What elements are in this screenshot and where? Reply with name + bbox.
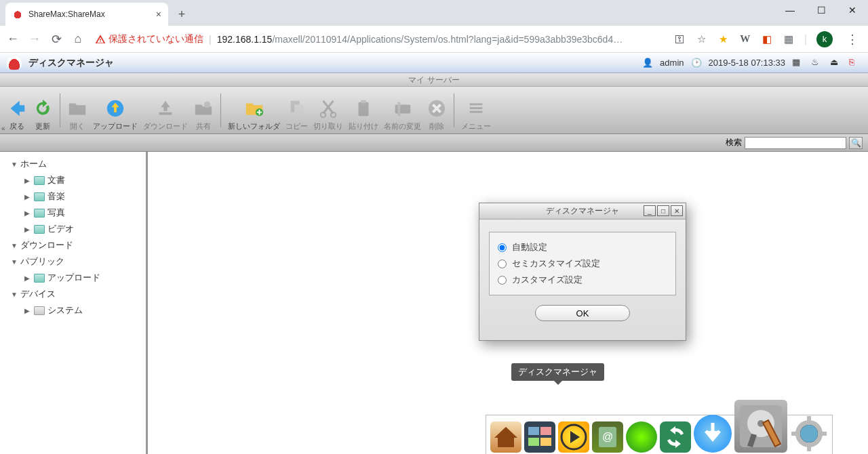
app-logo-icon	[7, 56, 22, 70]
radio-custom[interactable]	[498, 276, 507, 285]
tree-documents[interactable]: ▶文書	[0, 172, 146, 188]
option-custom[interactable]: カスタマイズ設定	[498, 272, 667, 288]
browser-tab[interactable]: ShareMax:ShareMax ×	[5, 3, 168, 26]
toolbar-refresh-button[interactable]: 更新	[30, 89, 56, 131]
svg-rect-4	[294, 104, 303, 116]
ok-button[interactable]: OK	[535, 305, 630, 321]
grid-icon[interactable]: ▦	[792, 57, 804, 69]
radio-semi[interactable]	[498, 260, 507, 268]
svg-rect-30	[791, 432, 798, 436]
tree-system[interactable]: ▶システム	[0, 302, 146, 318]
toolbar-share-button[interactable]: 共有	[191, 89, 216, 131]
option-semi[interactable]: セミカスタマイズ設定	[498, 255, 667, 272]
svg-rect-15	[528, 427, 539, 435]
svg-rect-8	[361, 100, 366, 103]
nav-reload-button[interactable]: ⟳	[49, 32, 64, 47]
security-warning: 保護されていない通信	[95, 33, 203, 45]
dock-sync-icon[interactable]	[660, 421, 691, 453]
window-minimize-icon[interactable]: ―	[774, 0, 806, 20]
svg-rect-31	[820, 432, 827, 436]
toolbar-newfolder-button[interactable]: 新しいフォルダ	[225, 89, 283, 131]
dock-photos-icon[interactable]	[524, 421, 555, 453]
dock-settings-icon[interactable]	[790, 415, 828, 453]
tab-title: ShareMax:ShareMax	[28, 9, 105, 19]
tree-public-upload[interactable]: ▶アップロード	[0, 270, 146, 286]
eject-icon[interactable]: ⏏	[830, 57, 842, 69]
app-title: ディスクマネージャ	[28, 57, 114, 69]
office-icon[interactable]: ◧	[761, 33, 773, 45]
nav-back-button[interactable]: ←	[5, 32, 20, 47]
tab-close-icon[interactable]: ×	[156, 9, 161, 20]
toolbar-cut-button[interactable]: 切り取り	[311, 89, 346, 131]
svg-rect-28	[807, 416, 811, 423]
radio-auto[interactable]	[498, 243, 507, 252]
search-button[interactable]: 🔍	[849, 137, 863, 149]
dialog-minimize-icon[interactable]: _	[644, 205, 656, 216]
svg-rect-18	[540, 438, 551, 446]
svg-rect-12	[470, 103, 483, 105]
toolbar-paste-button[interactable]: 貼り付け	[346, 89, 381, 131]
nav-forward-button[interactable]: →	[27, 32, 42, 47]
tree-music[interactable]: ▶音楽	[0, 188, 146, 205]
star-icon[interactable]: ☆	[696, 33, 708, 45]
wikipedia-icon[interactable]: W	[739, 33, 751, 45]
toolbar-overflow-icon[interactable]: «	[1, 125, 5, 132]
nav-home-button[interactable]: ⌂	[71, 32, 85, 47]
toolbar-rename-button[interactable]: 名前の変更	[381, 89, 424, 131]
svg-rect-10	[397, 102, 400, 116]
url-path: /maxell/20110914/Applications/System/os.…	[272, 34, 623, 45]
network-icon[interactable]: ♨	[811, 57, 823, 69]
search-bar: 検索 🔍	[0, 134, 868, 152]
favicon	[12, 9, 23, 20]
disk-manager-dialog: ディスクマネージャ _ □ ✕ 自動設定 セミカスタマイズ設定 カスタマイズ設定…	[479, 203, 686, 341]
dock: @	[486, 415, 833, 454]
dock-browser-icon[interactable]	[626, 421, 657, 453]
svg-rect-9	[395, 104, 410, 113]
dialog-maximize-icon[interactable]: □	[657, 205, 669, 216]
file-toolbar: « 戻る 更新 開く アップロード ダウンロード 共有 新しいフォルダ コピー …	[0, 87, 868, 134]
dialog-close-icon[interactable]: ✕	[671, 205, 683, 216]
app-title-bar: ディスクマネージャ 👤 admin 🕑 2019-5-18 07:13:33 ▦…	[0, 53, 868, 73]
key-icon[interactable]: ⚿	[674, 33, 686, 45]
option-auto[interactable]: 自動設定	[498, 239, 667, 255]
bookmark-star-icon[interactable]: ★	[717, 33, 730, 45]
toolbar-open-button[interactable]: 開く	[64, 89, 90, 131]
toolbar-upload-button[interactable]: アップロード	[90, 89, 140, 131]
browser-menu-icon[interactable]: ⋮	[842, 32, 863, 47]
svg-rect-13	[470, 107, 483, 109]
tree-download[interactable]: ▼ダウンロード	[0, 237, 146, 253]
tree-device[interactable]: ▼デバイス	[0, 286, 146, 302]
search-label: 検索	[726, 137, 742, 148]
dock-tooltip: ディスクマネージャ	[511, 363, 604, 381]
svg-rect-7	[359, 102, 369, 116]
dock-media-icon[interactable]	[558, 421, 589, 453]
tree-public[interactable]: ▼パブリック	[0, 253, 146, 270]
svg-rect-29	[807, 445, 811, 451]
window-close-icon[interactable]: ✕	[837, 0, 868, 20]
browser-tab-row: ShareMax:ShareMax × + ― ☐ ✕	[0, 0, 868, 26]
tree-home[interactable]: ▼ホーム	[0, 156, 146, 172]
svg-rect-16	[540, 427, 551, 435]
toolbar-delete-button[interactable]: 削除	[424, 89, 450, 131]
profile-avatar[interactable]: k	[816, 31, 833, 47]
toolbar-back-button[interactable]: 戻る	[4, 89, 30, 131]
toolbar-menu-button[interactable]: メニュー	[458, 89, 494, 131]
new-tab-button[interactable]: +	[172, 5, 191, 24]
dock-diskmanager-icon[interactable]	[734, 400, 787, 453]
dialog-title-bar[interactable]: ディスクマネージャ _ □ ✕	[479, 203, 686, 220]
dock-home-icon[interactable]	[490, 421, 521, 453]
address-bar[interactable]: 保護されていない通信 | 192.168.1.15/maxell/2011091…	[92, 33, 667, 45]
tree-photos[interactable]: ▶写真	[0, 205, 146, 221]
qr-icon[interactable]: ▦	[783, 33, 795, 45]
window-maximize-icon[interactable]: ☐	[806, 0, 837, 20]
user-name[interactable]: admin	[660, 58, 684, 68]
svg-rect-14	[470, 110, 483, 112]
toolbar-download-button[interactable]: ダウンロード	[140, 89, 191, 131]
dock-contacts-icon[interactable]: @	[592, 421, 623, 453]
search-input[interactable]	[745, 137, 846, 149]
svg-rect-17	[528, 438, 539, 446]
tree-video[interactable]: ▶ビデオ	[0, 221, 146, 237]
logout-icon[interactable]: ⎘	[849, 57, 861, 69]
dock-download-icon[interactable]	[694, 415, 732, 453]
toolbar-copy-button[interactable]: コピー	[283, 89, 311, 131]
